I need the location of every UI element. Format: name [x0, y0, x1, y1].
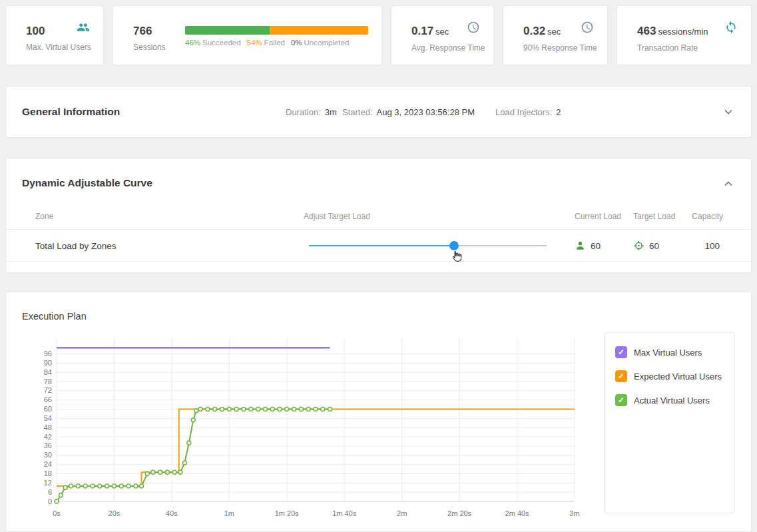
chart-legend: ✓ Max Virtual Users ✓ Expected Virtual U…	[604, 332, 735, 513]
stat-cards-row: 100 Max. Virtual Users 766 Sessions 46%S…	[0, 0, 757, 65]
svg-text:2m 40s: 2m 40s	[505, 509, 530, 517]
svg-text:36: 36	[44, 441, 52, 449]
col-capacity: Capacity	[692, 212, 723, 221]
sync-icon	[724, 21, 738, 34]
col-zone: Zone	[35, 212, 53, 221]
sessions-progress-bar	[185, 26, 368, 35]
target-load-slider[interactable]	[309, 241, 547, 250]
svg-text:24: 24	[44, 460, 52, 468]
avg-response-label: Avg. Response Time	[411, 43, 483, 53]
mouse-cursor-hand-icon	[449, 249, 464, 264]
capacity-cell: 100	[704, 240, 720, 250]
started-info: Started:Aug 3, 2023 03:56:28 PM	[342, 107, 475, 117]
sessions-label: Sessions	[133, 43, 185, 52]
zone-name: Total Load by Zones	[35, 240, 117, 250]
legend-item-expected-virtual-users[interactable]: ✓ Expected Virtual Users	[615, 370, 724, 382]
target-icon	[633, 240, 644, 251]
svg-text:96: 96	[44, 350, 52, 358]
svg-text:84: 84	[44, 368, 52, 376]
col-adjust-target-load: Adjust Target Load	[304, 212, 370, 221]
target-load-slider-fill	[309, 245, 454, 246]
clock-icon	[581, 21, 594, 34]
virtual-users-icon	[77, 21, 90, 34]
dynamic-curve-header: Zone Adjust Target Load Current Load Tar…	[6, 212, 751, 222]
p90-response-label: 90% Response Time	[523, 43, 597, 53]
svg-text:2m: 2m	[397, 509, 407, 517]
svg-text:0: 0	[48, 497, 52, 505]
avg-response-card: 0.17sec Avg. Response Time	[391, 5, 494, 65]
check-icon: ✓	[618, 396, 625, 404]
svg-text:42: 42	[44, 433, 52, 441]
failed-stat: 54%Failed	[247, 39, 285, 47]
svg-text:48: 48	[44, 423, 52, 431]
svg-text:0s: 0s	[53, 509, 61, 517]
col-current-load: Current Load	[575, 212, 621, 221]
current-load-value: 60	[591, 240, 601, 250]
svg-text:2m 20s: 2m 20s	[447, 509, 472, 517]
p90-response-card: 0.32sec 90% Response Time	[503, 5, 608, 65]
uncompleted-stat: 0%Uncompleted	[291, 39, 349, 47]
legend-label: Max Virtual Users	[634, 348, 702, 358]
dashboard-page: 100 Max. Virtual Users 766 Sessions 46%S…	[0, 0, 757, 532]
legend-label: Actual Virtual Users	[634, 396, 710, 405]
max-virtual-users-label: Max. Virtual Users	[26, 43, 93, 52]
svg-text:60: 60	[44, 405, 52, 413]
svg-text:18: 18	[44, 469, 52, 477]
clock-icon	[467, 21, 480, 34]
sessions-value: 766	[133, 25, 185, 38]
svg-text:66: 66	[44, 396, 52, 403]
general-information-title: General Information	[22, 106, 120, 118]
transaction-rate-card: 463sessions/min Transaction Rate	[617, 5, 752, 65]
load-injectors-info: Load Injectors:2	[495, 107, 561, 117]
legend-label: Expected Virtual Users	[634, 372, 722, 382]
legend-checkbox[interactable]: ✓	[615, 346, 627, 358]
chevron-down-icon[interactable]	[722, 105, 735, 119]
person-icon	[575, 240, 586, 251]
current-load-cell: 60	[575, 240, 601, 251]
svg-text:1m 20s: 1m 20s	[275, 509, 300, 517]
succeeded-stat: 46%Succeeded	[185, 39, 241, 47]
legend-checkbox[interactable]: ✓	[615, 370, 627, 382]
svg-text:12: 12	[44, 479, 52, 487]
sessions-breakdown: 46%Succeeded 54%Failed 0%Uncompleted	[185, 39, 368, 47]
dynamic-curve-title: Dynamic Adjustable Curve	[22, 177, 152, 189]
svg-text:3m: 3m	[569, 509, 579, 517]
capacity-value: 100	[704, 240, 720, 250]
svg-text:78: 78	[44, 378, 52, 386]
legend-item-max-virtual-users[interactable]: ✓ Max Virtual Users	[615, 346, 724, 358]
svg-text:54: 54	[44, 414, 52, 422]
svg-text:1m 40s: 1m 40s	[332, 509, 357, 517]
col-target-load: Target Load	[633, 212, 675, 221]
chevron-up-icon[interactable]	[722, 177, 735, 190]
max-virtual-users-card: 100 Max. Virtual Users	[5, 5, 104, 65]
check-icon: ✓	[618, 348, 625, 356]
legend-checkbox[interactable]: ✓	[615, 394, 627, 406]
execution-plan-panel: Execution Plan 0612182430364248546066727…	[5, 292, 752, 532]
execution-plan-title: Execution Plan	[22, 311, 735, 322]
check-icon: ✓	[618, 372, 625, 380]
svg-text:40s: 40s	[166, 509, 178, 517]
sessions-bar-failed	[270, 26, 369, 35]
general-information-panel: General Information Duration:3m Started:…	[5, 86, 752, 138]
target-load-cell: 60	[633, 240, 659, 251]
zone-row: Total Load by Zones 60 60 100	[6, 229, 751, 262]
svg-text:20s: 20s	[109, 509, 121, 517]
sessions-card: 766 Sessions 46%Succeeded 54%Failed 0%Un…	[113, 5, 382, 65]
transaction-rate-label: Transaction Rate	[637, 43, 740, 53]
dynamic-curve-panel: Dynamic Adjustable Curve Zone Adjust Tar…	[5, 158, 752, 273]
svg-text:90: 90	[44, 359, 52, 367]
legend-item-actual-virtual-users[interactable]: ✓ Actual Virtual Users	[615, 394, 724, 406]
svg-text:30: 30	[44, 451, 52, 459]
execution-plan-chart: 061218243036424854606672788490960s20s40s…	[22, 331, 589, 525]
duration-info: Duration:3m	[286, 107, 337, 117]
target-load-value: 60	[649, 240, 659, 250]
svg-text:6: 6	[48, 488, 52, 496]
svg-text:1m: 1m	[224, 509, 234, 517]
sessions-bar-succeeded	[185, 26, 270, 35]
svg-text:72: 72	[44, 386, 52, 394]
